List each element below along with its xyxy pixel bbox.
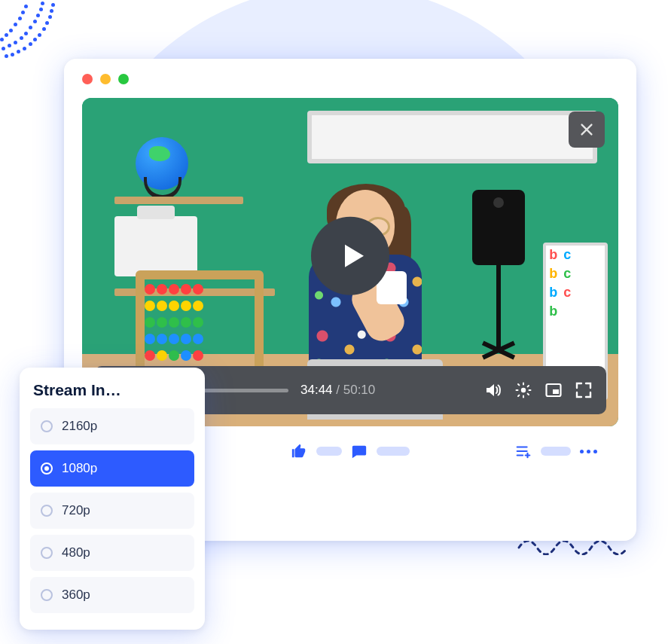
quality-option-480p[interactable]: 480p [30,535,194,571]
time-display: 34:44 / 50:10 [300,383,375,398]
fullscreen-icon [575,381,593,399]
comment-button[interactable] [351,443,368,459]
playlist-label-skeleton [541,447,571,456]
fullscreen-button[interactable] [575,381,593,399]
quality-panel-title: Stream In… [30,381,194,399]
svg-rect-4 [523,383,524,386]
window-controls [82,74,618,84]
duration: 50:10 [343,383,376,397]
quality-option-label: 480p [62,545,90,560]
quality-option-label: 360p [62,588,90,603]
svg-point-3 [521,388,526,392]
close-icon [578,121,595,138]
like-button[interactable] [291,443,307,459]
pip-button[interactable] [544,381,563,399]
radio-icon [41,462,53,475]
svg-rect-11 [517,394,520,397]
window-minimize-icon[interactable] [100,74,111,84]
radio-icon [41,420,53,432]
current-time: 34:44 [300,383,333,397]
comment-count-skeleton [377,447,410,456]
quality-option-360p[interactable]: 360p [30,577,194,613]
radio-icon [41,505,53,517]
window-close-icon[interactable] [82,74,93,84]
more-button[interactable] [580,450,597,453]
gear-icon [514,381,532,399]
play-button[interactable] [311,217,389,295]
playlist-add-icon [515,443,532,459]
close-button[interactable] [569,111,605,148]
window-zoom-icon[interactable] [118,74,129,84]
svg-rect-8 [517,383,520,386]
radio-icon [41,547,53,559]
quality-option-label: 1080p [62,461,97,476]
quality-option-label: 720p [62,503,90,518]
settings-button[interactable] [514,381,532,399]
svg-rect-6 [516,389,519,391]
play-icon [337,241,368,271]
decorative-dots [0,0,68,68]
thumbs-up-icon [291,443,307,459]
svg-rect-13 [553,389,559,394]
comment-icon [351,443,368,459]
volume-button[interactable] [484,381,502,399]
radio-icon [41,589,53,601]
volume-icon [484,381,502,399]
svg-rect-5 [523,395,524,398]
like-count-skeleton [316,447,342,456]
quality-option-label: 2160p [62,419,97,434]
quality-option-720p[interactable]: 720p [30,493,194,529]
pip-icon [544,381,563,399]
quality-option-1080p[interactable]: 1080p [30,450,194,487]
quality-panel: Stream In… 2160p 1080p 720p 480p 360p [20,368,205,630]
svg-rect-7 [529,389,532,391]
quality-option-2160p[interactable]: 2160p [30,408,194,444]
add-playlist-button[interactable] [515,443,532,459]
